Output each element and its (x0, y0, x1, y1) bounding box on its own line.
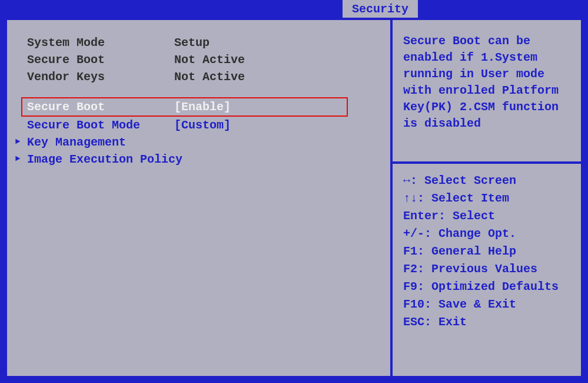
status-vendor-keys: Vendor Keys Not Active (22, 68, 375, 85)
hint-f9: F9: Optimized Defaults (403, 278, 570, 296)
label: Secure Boot (27, 51, 174, 68)
hint-select-screen: ↔: Select Screen (403, 172, 570, 190)
value: Setup (174, 34, 210, 51)
menu-tab-bar: Security (0, 0, 588, 19)
hint-f10: F10: Save & Exit (403, 296, 570, 313)
label: Vendor Keys (27, 68, 174, 85)
hint-select-item: ↑↓: Select Item (403, 190, 570, 207)
setting-secure-boot[interactable]: Secure Boot [Enable] (21, 97, 348, 117)
value: [Enable] (174, 98, 231, 115)
help-description: Secure Boot can be enabled if 1.System r… (393, 20, 581, 138)
settings-panel: System Mode Setup Secure Boot Not Active… (7, 20, 393, 376)
help-panel: Secure Boot can be enabled if 1.System r… (393, 20, 581, 376)
label: System Mode (27, 34, 174, 51)
submenu-key-management[interactable]: Key Management (22, 134, 375, 151)
label: Secure Boot (27, 98, 174, 115)
setting-secure-boot-mode[interactable]: Secure Boot Mode [Custom] (22, 117, 375, 134)
value: Not Active (174, 51, 245, 68)
status-secure-boot: Secure Boot Not Active (22, 51, 375, 68)
label: Image Execution Policy (27, 151, 174, 168)
hint-change-opt: +/-: Change Opt. (403, 225, 570, 243)
label: Key Management (27, 134, 174, 151)
hint-f2: F2: Previous Values (403, 260, 570, 278)
submenu-image-execution-policy[interactable]: Image Execution Policy (22, 151, 375, 168)
help-keys: ↔: Select Screen ↑↓: Select Item Enter: … (393, 164, 581, 376)
status-system-mode: System Mode Setup (22, 34, 375, 51)
hint-enter: Enter: Select (403, 207, 570, 225)
hint-esc: ESC: Exit (403, 313, 570, 331)
label: Secure Boot Mode (27, 117, 174, 134)
bios-frame: System Mode Setup Secure Boot Not Active… (5, 18, 583, 378)
hint-f1: F1: General Help (403, 243, 570, 260)
tab-security[interactable]: Security (341, 0, 419, 19)
value: [Custom] (174, 117, 231, 134)
value: Not Active (174, 68, 245, 85)
